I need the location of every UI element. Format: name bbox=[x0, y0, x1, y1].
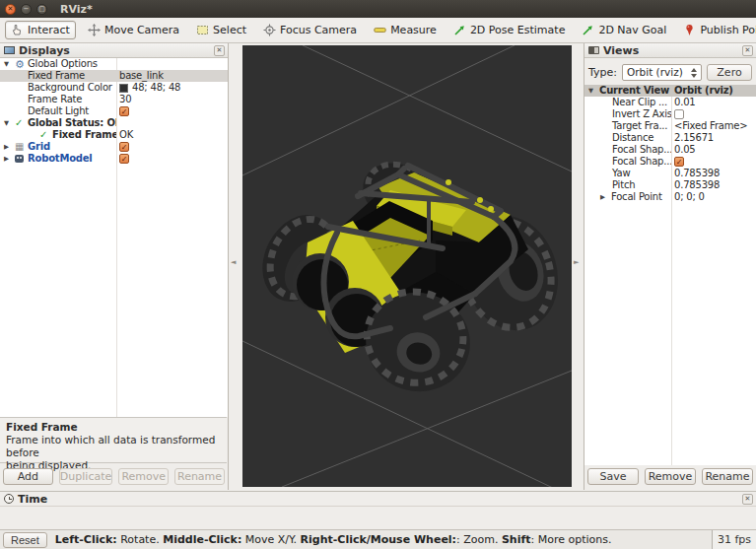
tool-focus-camera[interactable]: Focus Camera bbox=[258, 22, 362, 38]
expander-open-icon[interactable]: ▼ bbox=[588, 85, 599, 97]
property-label: RobotModel bbox=[28, 153, 93, 165]
property-value[interactable]: 0; 0; 0 bbox=[674, 191, 705, 203]
tree-row[interactable]: ▶Focal Point0; 0; 0 bbox=[584, 191, 756, 203]
tree-row[interactable]: ▼✓Global Status: Ok bbox=[0, 117, 228, 129]
fps-counter: 31 fps bbox=[712, 530, 756, 549]
expander-closed-icon[interactable]: ▶ bbox=[600, 191, 611, 203]
tool-select[interactable]: Select bbox=[191, 22, 251, 38]
tool-2d-nav-goal[interactable]: 2D Nav Goal bbox=[577, 22, 671, 38]
tree-row[interactable]: Pitch0.785398 bbox=[584, 179, 756, 191]
tool-label: Focus Camera bbox=[280, 24, 357, 36]
views-icon bbox=[588, 46, 599, 54]
right-splitter[interactable]: ► bbox=[572, 43, 584, 490]
checkbox[interactable]: ✓ bbox=[119, 142, 129, 152]
tree-row[interactable]: Focal Shap...✓ bbox=[584, 156, 756, 168]
expander-open-icon[interactable]: ▼ bbox=[4, 117, 15, 129]
status-bar: Reset Left-Click: Rotate. Middle-Click: … bbox=[0, 529, 756, 549]
tool-2d-pose-estimate[interactable]: 2D Pose Estimate bbox=[448, 22, 571, 38]
property-label: Current View bbox=[599, 85, 669, 97]
toolbar: Interact Move Camera Select Focus Camera… bbox=[0, 18, 756, 43]
remove-view-button[interactable]: Remove bbox=[645, 468, 696, 485]
property-value[interactable]: 0.785398 bbox=[674, 179, 720, 191]
close-window-button[interactable]: ✕ bbox=[5, 4, 16, 15]
tree-row[interactable]: ▶RobotModel✓ bbox=[0, 153, 228, 165]
close-panel-button[interactable]: ✕ bbox=[214, 45, 225, 56]
tree-row[interactable]: ▶▦Grid✓ bbox=[0, 141, 228, 153]
tree-row[interactable]: ▼Current ViewOrbit (rviz) bbox=[584, 85, 756, 97]
checkbox[interactable]: ✓ bbox=[674, 157, 684, 167]
tree-row[interactable]: Frame Rate30 bbox=[0, 94, 228, 105]
view-type-select[interactable]: Orbit (rviz) bbox=[622, 64, 702, 81]
property-value[interactable]: <Fixed Frame> bbox=[674, 120, 747, 132]
splitter-collapse-right-icon[interactable]: ► bbox=[574, 258, 579, 266]
close-panel-button[interactable]: ✕ bbox=[742, 45, 753, 56]
property-label: Frame Rate bbox=[28, 94, 82, 105]
checkbox[interactable] bbox=[674, 109, 684, 119]
property-value[interactable]: 0.785398 bbox=[674, 168, 720, 179]
property-value[interactable]: 48; 48; 48 bbox=[132, 82, 180, 94]
property-value[interactable]: 0.01 bbox=[674, 97, 695, 108]
close-panel-button[interactable]: ✕ bbox=[742, 494, 753, 505]
panel-title: Time bbox=[18, 493, 47, 506]
tree-row[interactable]: Target Fra...<Fixed Frame> bbox=[584, 120, 756, 132]
views-button-row: Save Remove Rename bbox=[587, 468, 753, 485]
tool-publish-point[interactable]: Publish Point bbox=[678, 22, 756, 38]
tool-measure[interactable]: Measure bbox=[369, 22, 442, 38]
clock-icon bbox=[4, 494, 14, 504]
titlebar: ✕ − ▢ RViz* bbox=[0, 0, 756, 18]
property-label: Default Light bbox=[28, 105, 89, 117]
displays-panel-header[interactable]: Displays ✕ bbox=[0, 43, 228, 58]
property-label: Near Clip ... bbox=[612, 97, 667, 108]
duplicate-display-button[interactable]: Duplicate bbox=[59, 468, 112, 485]
views-panel-header[interactable]: Views ✕ bbox=[584, 43, 756, 58]
minimize-window-button[interactable]: − bbox=[21, 4, 32, 15]
expander-closed-icon[interactable]: ▶ bbox=[4, 153, 15, 165]
add-display-button[interactable]: Add bbox=[3, 468, 53, 485]
tree-row[interactable]: Background Color48; 48; 48 bbox=[0, 82, 228, 94]
property-value[interactable]: 2.15671 bbox=[674, 132, 714, 144]
property-value[interactable]: base_link bbox=[119, 70, 164, 82]
tree-row[interactable]: Default Light✓ bbox=[0, 105, 228, 117]
rename-view-button[interactable]: Rename bbox=[702, 468, 753, 485]
tree-row[interactable]: Yaw0.785398 bbox=[584, 168, 756, 179]
tool-interact[interactable]: Interact bbox=[5, 21, 76, 39]
ruler-icon bbox=[374, 24, 386, 36]
left-splitter[interactable]: ◄ bbox=[229, 43, 242, 490]
reset-button[interactable]: Reset bbox=[3, 532, 47, 548]
remove-display-button[interactable]: Remove bbox=[118, 468, 169, 485]
displays-panel: Displays ✕ ▼⚙Global OptionsFixed Frameba… bbox=[0, 43, 229, 490]
3d-viewport[interactable] bbox=[242, 45, 572, 487]
tool-move-camera[interactable]: Move Camera bbox=[83, 22, 184, 38]
tree-row[interactable]: ✓Fixed FrameOK bbox=[0, 129, 228, 141]
tree-row[interactable]: Fixed Framebase_link bbox=[0, 70, 228, 82]
checkbox[interactable]: ✓ bbox=[119, 106, 129, 116]
color-swatch[interactable] bbox=[119, 84, 128, 93]
checkbox[interactable]: ✓ bbox=[119, 154, 129, 164]
property-value[interactable]: Orbit (rviz) bbox=[674, 85, 733, 97]
main-area: Displays ✕ ▼⚙Global OptionsFixed Frameba… bbox=[0, 43, 756, 491]
time-panel-header[interactable]: Time ✕ bbox=[0, 492, 756, 507]
property-value[interactable]: OK bbox=[119, 129, 133, 141]
property-label: Grid bbox=[28, 141, 50, 153]
check-icon: ✓ bbox=[39, 129, 52, 141]
tree-row[interactable]: ▼⚙Global Options bbox=[0, 58, 228, 70]
tree-row[interactable]: Invert Z Axis bbox=[584, 108, 756, 120]
tree-row[interactable]: Focal Shap...0.05 bbox=[584, 144, 756, 156]
property-value[interactable]: 30 bbox=[119, 94, 131, 105]
maximize-window-button[interactable]: ▢ bbox=[36, 4, 47, 15]
rename-display-button[interactable]: Rename bbox=[174, 468, 225, 485]
property-value[interactable]: 0.05 bbox=[674, 144, 695, 156]
tool-label: Select bbox=[213, 24, 246, 36]
zero-button[interactable]: Zero bbox=[707, 64, 752, 81]
splitter-collapse-left-icon[interactable]: ◄ bbox=[231, 258, 236, 266]
tree-row[interactable]: Near Clip ...0.01 bbox=[584, 97, 756, 108]
display-monitor-icon bbox=[4, 46, 15, 54]
save-view-button[interactable]: Save bbox=[587, 468, 639, 485]
tree-row[interactable]: Distance2.15671 bbox=[584, 132, 756, 144]
tool-label: Measure bbox=[390, 24, 437, 36]
render-scene[interactable] bbox=[242, 45, 572, 487]
green-arrow-icon bbox=[582, 24, 594, 36]
expander-open-icon[interactable]: ▼ bbox=[4, 58, 15, 70]
displays-property-tree: ▼⚙Global OptionsFixed Framebase_linkBack… bbox=[0, 58, 228, 417]
expander-closed-icon[interactable]: ▶ bbox=[4, 141, 15, 153]
